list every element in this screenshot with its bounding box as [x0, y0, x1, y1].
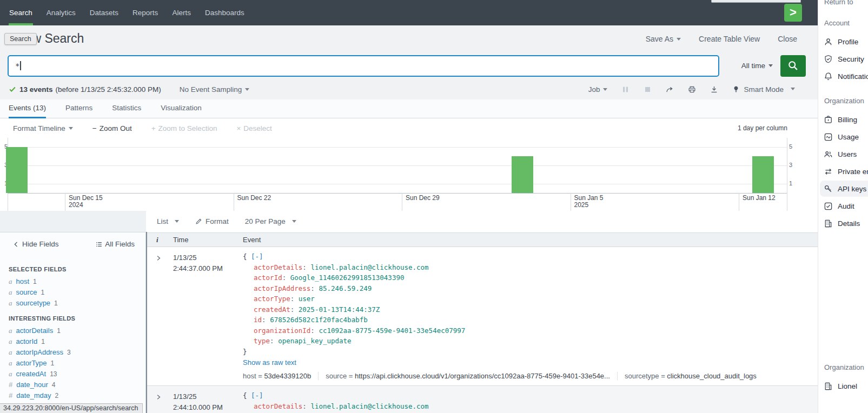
settings-item-profile[interactable]: Profile: [818, 33, 868, 50]
field-value-host[interactable]: host = 53de4339120b: [243, 372, 311, 380]
expand-event-button[interactable]: [147, 390, 173, 413]
collapse-json-button[interactable]: [-]: [251, 252, 263, 261]
job-menu[interactable]: Job: [588, 85, 608, 94]
share-icon[interactable]: [666, 85, 674, 94]
all-fields-button[interactable]: All Fields: [96, 240, 135, 248]
field-link-source[interactable]: source: [16, 288, 37, 296]
export-icon[interactable]: [710, 85, 718, 94]
nav-item-reports[interactable]: Reports: [125, 0, 165, 25]
deselect-button[interactable]: ×Deselect: [236, 124, 271, 132]
event-timestamp: 1/13/252:44:10.000 PM: [173, 390, 243, 413]
event-sampling-dropdown[interactable]: No Event Sampling: [180, 85, 250, 94]
event-date: 1/13/25: [173, 252, 243, 263]
settings-item-billing[interactable]: Billing: [818, 111, 868, 128]
time-range-picker[interactable]: All time: [737, 55, 778, 77]
events-detail: (before 1/13/25 2:45:32.000 PM): [56, 85, 161, 94]
event-time: 2:44:10.000 PM: [173, 402, 243, 413]
field-row: #date_hour4: [9, 379, 141, 390]
json-value: openapi_key_update: [278, 337, 351, 345]
tab-events[interactable]: Events (13): [9, 99, 46, 118]
settings-item-private-endpoints[interactable]: Private endpoints: [818, 163, 868, 180]
field-count: 2: [55, 392, 59, 399]
settings-item-details[interactable]: Details: [818, 215, 868, 232]
save-as-button[interactable]: Save As: [646, 35, 681, 43]
event-body: { [-]actorDetails: lionel.palacin@clickh…: [243, 251, 818, 380]
field-link-actorType[interactable]: actorType: [16, 359, 47, 367]
search-mode-selector[interactable]: Smart Mode: [732, 85, 795, 94]
field-link-date_hour[interactable]: date_hour: [16, 381, 48, 389]
settings-item-api-keys[interactable]: API keys: [818, 180, 868, 197]
top-nav: SearchAnalyticsDatasetsReportsAlertsDash…: [0, 0, 818, 25]
pencil-icon: [195, 218, 202, 225]
search-button[interactable]: [780, 55, 806, 77]
json-close-line: }: [243, 347, 818, 357]
interesting-fields-label: INTERESTING FIELDS: [9, 315, 75, 322]
settings-item-users[interactable]: Users: [818, 145, 868, 163]
settings-item-lionel[interactable]: Lionel: [818, 377, 868, 395]
chart-gridline: [8, 147, 787, 148]
nav-item-search[interactable]: Search: [2, 0, 39, 25]
field-link-date_mday[interactable]: date_mday: [16, 391, 51, 399]
zoom-to-selection-button[interactable]: +Zoom to Selection: [151, 124, 217, 132]
collapse-json-button[interactable]: [-]: [251, 391, 263, 399]
field-link-createdAt[interactable]: createdAt: [16, 370, 47, 378]
histogram-bar[interactable]: [752, 156, 774, 193]
x-axis-line: [8, 193, 787, 194]
json-value: 85.246.59.249: [319, 284, 372, 292]
histogram-bar[interactable]: [6, 147, 28, 193]
event-json: { [-]actorDetails: lionel.palacin@clickh…: [243, 390, 818, 411]
tab-patterns[interactable]: Patterns: [65, 99, 92, 118]
splunk-logo[interactable]: >: [784, 4, 802, 22]
print-icon[interactable]: [688, 85, 696, 94]
field-link-host[interactable]: host: [16, 277, 30, 285]
zoom-out-button[interactable]: −Zoom Out: [92, 124, 132, 132]
json-open-line: { [-]: [243, 251, 818, 262]
y-axis-label: 5: [789, 143, 797, 150]
field-count: 1: [41, 289, 45, 296]
json-value: 2025-01-13T14:44:37Z: [299, 305, 380, 314]
pause-icon[interactable]: [621, 85, 630, 94]
expand-event-button[interactable]: [147, 251, 173, 380]
settings-item-usage[interactable]: Usage: [818, 128, 868, 145]
x-axis-tick: [234, 193, 234, 211]
create-table-view-button[interactable]: Create Table View: [699, 35, 760, 43]
per-page-dropdown[interactable]: 20 Per Page: [245, 217, 296, 225]
settings-item-notifications[interactable]: Notifications: [818, 68, 868, 85]
usage-icon: [824, 132, 833, 142]
field-row: asourcetype1: [9, 298, 141, 309]
building-icon: [824, 382, 833, 391]
search-input[interactable]: *: [8, 55, 719, 77]
list-view-dropdown[interactable]: List: [157, 217, 179, 225]
event-json: { [-]actorDetails: lionel.palacin@clickh…: [243, 251, 818, 357]
hide-fields-button[interactable]: Hide Fields: [13, 240, 59, 248]
settings-item-security[interactable]: Security: [818, 50, 868, 68]
users-icon: [824, 150, 833, 159]
field-value-source[interactable]: source = https://api.clickhouse.cloud/v1…: [318, 372, 610, 380]
nav-item-dashboards[interactable]: Dashboards: [198, 0, 251, 25]
field-link-actorId[interactable]: actorId: [16, 337, 38, 345]
field-link-actorDetails[interactable]: actorDetails: [16, 327, 54, 335]
nav-item-alerts[interactable]: Alerts: [165, 0, 198, 25]
json-value: 678526d582c1f20fac4babfb: [270, 316, 368, 324]
format-results-button[interactable]: Format: [195, 217, 229, 225]
field-link-actorIpAddress[interactable]: actorIpAddress: [16, 348, 63, 356]
field-value-sourcetype[interactable]: sourcetype = clickhouse_cloud_audit_logs: [617, 372, 757, 380]
fields-sidebar: Hide Fields All Fields SELECTED FIELDS a…: [0, 232, 146, 413]
check-icon: [9, 85, 16, 93]
field-count: 1: [54, 299, 58, 307]
settings-item-audit[interactable]: Audit: [818, 197, 868, 215]
field-link-sourcetype[interactable]: sourcetype: [16, 299, 51, 307]
chevron-right-icon: [156, 255, 162, 261]
histogram-bar[interactable]: [512, 156, 533, 193]
close-button[interactable]: Close: [778, 35, 797, 43]
stop-icon[interactable]: [644, 85, 652, 94]
shield-check-icon: [824, 55, 833, 64]
event-column-header: Event: [243, 236, 261, 244]
tab-visualization[interactable]: Visualization: [161, 99, 202, 118]
nav-item-analytics[interactable]: Analytics: [39, 0, 83, 25]
tab-statistics[interactable]: Statistics: [112, 99, 141, 118]
format-timeline-dropdown[interactable]: Format Timeline: [13, 124, 73, 132]
return-link[interactable]: Return to: [824, 0, 853, 6]
show-raw-text-link[interactable]: Show as raw text: [243, 358, 296, 367]
nav-item-datasets[interactable]: Datasets: [83, 0, 125, 25]
